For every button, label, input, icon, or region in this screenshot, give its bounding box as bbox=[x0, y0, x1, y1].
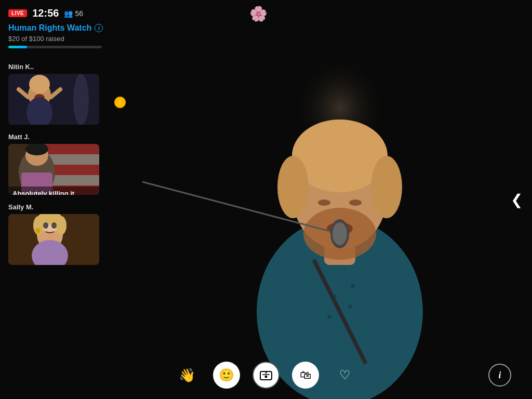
progress-bar bbox=[8, 46, 102, 48]
svg-point-28 bbox=[73, 74, 89, 125]
viewers-icon: 👥 bbox=[64, 9, 73, 18]
stream-header: LIVE 12:56 👥 56 Human Rights Watch i $20… bbox=[0, 0, 125, 54]
svg-point-51 bbox=[56, 216, 66, 235]
comments-area: Nitin K.. bbox=[0, 54, 125, 274]
gif-thumbnail: Absolutely killing it. bbox=[8, 144, 99, 195]
svg-point-54 bbox=[43, 222, 48, 229]
svg-point-9 bbox=[318, 200, 330, 206]
svg-point-58 bbox=[265, 376, 268, 378]
stream-timer: 12:56 bbox=[32, 7, 59, 19]
info-button[interactable]: i bbox=[488, 364, 511, 387]
svg-point-7 bbox=[277, 156, 309, 218]
svg-point-53 bbox=[35, 228, 41, 233]
svg-point-20 bbox=[351, 284, 355, 288]
list-item: Matt J. bbox=[0, 129, 125, 199]
info-icon: i bbox=[498, 370, 501, 381]
commenter-name: Nitin K.. bbox=[8, 63, 116, 71]
musician-visual bbox=[116, 0, 532, 399]
svg-point-17 bbox=[332, 294, 337, 298]
yellow-dot-decoration bbox=[114, 97, 126, 108]
viewers-count: 👥 56 bbox=[64, 9, 83, 18]
sidebar: LIVE 12:56 👥 56 Human Rights Watch i $20… bbox=[0, 0, 125, 399]
svg-point-55 bbox=[51, 222, 57, 229]
react-button[interactable]: 🙂 bbox=[213, 362, 240, 389]
list-item: Nitin K.. bbox=[0, 59, 125, 129]
donate-button[interactable]: $ bbox=[252, 362, 280, 389]
svg-text:Absolutely killing it.: Absolutely killing it. bbox=[12, 190, 76, 195]
commenter-name: Matt J. bbox=[8, 133, 116, 141]
svg-point-10 bbox=[349, 200, 362, 206]
live-badge: LIVE bbox=[8, 9, 27, 17]
panel-toggle-button[interactable]: ❮ bbox=[506, 184, 527, 215]
svg-point-23 bbox=[29, 75, 50, 94]
svg-rect-30 bbox=[45, 144, 99, 154]
svg-point-15 bbox=[332, 222, 347, 245]
action-bar: 👋 🙂 $ 🛍 ♡ i bbox=[0, 362, 532, 389]
channel-name[interactable]: Human Rights Watch i bbox=[8, 23, 116, 33]
list-item: Sally M. bbox=[0, 199, 125, 269]
svg-text:$: $ bbox=[265, 370, 268, 375]
gif-thumbnail bbox=[8, 74, 99, 125]
chevron-left-icon: ❮ bbox=[511, 191, 523, 208]
svg-point-18 bbox=[348, 304, 352, 309]
commenter-name: Sally M. bbox=[8, 203, 116, 211]
wave-button[interactable]: 👋 bbox=[174, 362, 201, 389]
live-info-row: LIVE 12:56 👥 56 bbox=[8, 7, 116, 19]
video-area bbox=[116, 0, 532, 399]
like-button[interactable]: ♡ bbox=[331, 362, 358, 389]
channel-name-text: Human Rights Watch bbox=[8, 23, 91, 33]
svg-point-8 bbox=[371, 156, 402, 218]
progress-bar-fill bbox=[8, 46, 27, 48]
floating-emoji: 🌸 bbox=[249, 5, 268, 22]
svg-point-19 bbox=[327, 315, 331, 319]
fundraise-text: $20 of $100 raised bbox=[8, 35, 116, 43]
gift-button[interactable]: 🛍 bbox=[292, 362, 319, 389]
gif-thumbnail bbox=[8, 214, 99, 265]
channel-info-icon[interactable]: i bbox=[95, 24, 103, 32]
viewers-number: 56 bbox=[75, 9, 83, 18]
